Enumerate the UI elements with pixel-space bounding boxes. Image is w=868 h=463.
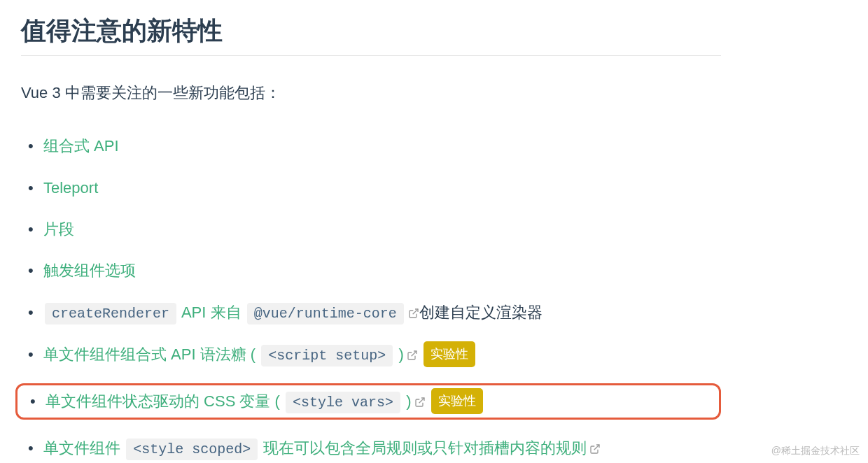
code-create-renderer: createRenderer: [45, 303, 176, 325]
list-item: 组合式 API: [21, 133, 721, 159]
page-heading: 值得注意的新特性: [21, 14, 721, 56]
external-link-icon: [414, 397, 426, 408]
link-script-setup[interactable]: 单文件组件组合式 API 语法糖 ( <script setup> ): [43, 341, 418, 368]
link-style-scoped[interactable]: 单文件组件 <style scoped> 现在可以包含全局规则或只针对插槽内容的…: [43, 435, 601, 462]
list-item: 单文件组件组合式 API 语法糖 ( <script setup> ) 实验性: [21, 341, 721, 368]
svg-line-2: [419, 398, 424, 403]
link-teleport[interactable]: Teleport: [43, 175, 98, 201]
tail-text: 创建自定义渲染器: [419, 299, 542, 325]
code-script-setup: <script setup>: [261, 345, 393, 366]
link-suffix: ): [394, 346, 403, 363]
link-create-renderer[interactable]: createRenderer API 来自 @vue/runtime-core: [43, 299, 419, 326]
link-style-vars[interactable]: 单文件组件状态驱动的 CSS 变量 ( <style vars> ): [46, 388, 426, 415]
code-style-vars: <style vars>: [286, 392, 400, 413]
experimental-badge: 实验性: [431, 388, 483, 414]
svg-line-3: [594, 445, 599, 450]
link-composition-api[interactable]: 组合式 API: [43, 133, 119, 159]
list-item: 单文件组件 <style scoped> 现在可以包含全局规则或只针对插槽内容的…: [21, 435, 721, 462]
experimental-badge: 实验性: [424, 341, 475, 367]
code-runtime-core: @vue/runtime-core: [247, 303, 404, 325]
watermark: @稀土掘金技术社区: [771, 445, 860, 457]
list-item: 触发组件选项: [21, 257, 721, 283]
list-item: createRenderer API 来自 @vue/runtime-core …: [21, 299, 721, 326]
intro-text: Vue 3 中需要关注的一些新功能包括：: [21, 80, 721, 105]
link-prefix: 单文件组件状态驱动的 CSS 变量 (: [46, 392, 284, 410]
list-item: Teleport: [21, 175, 721, 201]
link-text: API 来自: [178, 304, 246, 321]
link-fragments[interactable]: 片段: [43, 216, 74, 242]
external-link-icon: [589, 443, 601, 455]
svg-line-0: [412, 309, 417, 314]
list-item-highlighted: 单文件组件状态驱动的 CSS 变量 ( <style vars> ) 实验性: [15, 383, 721, 420]
link-emits-option[interactable]: 触发组件选项: [43, 257, 136, 283]
link-suffix: 现在可以包含全局规则或只针对插槽内容的规则: [259, 439, 587, 457]
svg-line-1: [411, 351, 416, 356]
external-link-icon: [407, 350, 418, 361]
link-prefix: 单文件组件组合式 API 语法糖 (: [43, 346, 260, 363]
external-link-icon: [408, 308, 419, 319]
code-style-scoped: <style scoped>: [126, 439, 258, 460]
list-item: 片段: [21, 216, 721, 242]
link-prefix: 单文件组件: [43, 439, 125, 457]
feature-list: 组合式 API Teleport 片段 触发组件选项 createRendere…: [21, 133, 721, 462]
link-suffix: ): [402, 392, 411, 410]
